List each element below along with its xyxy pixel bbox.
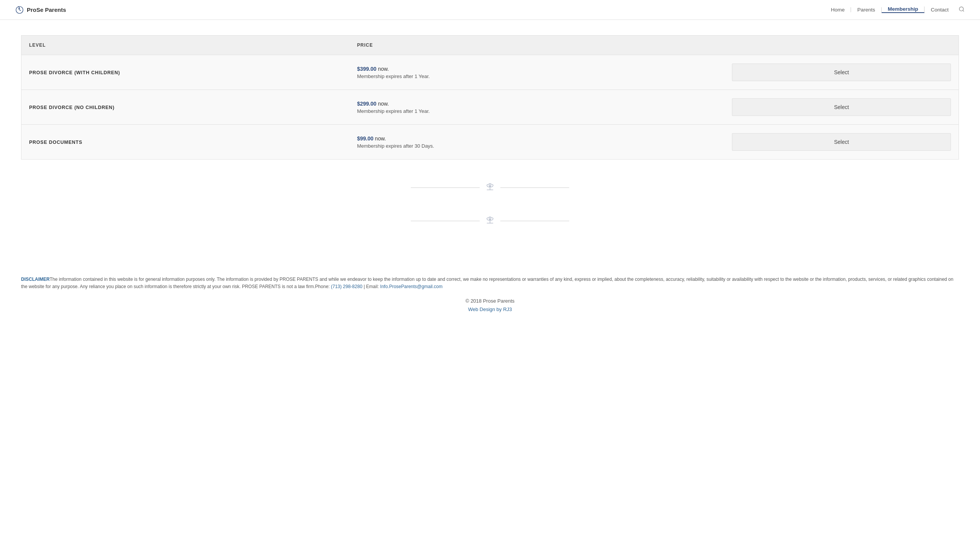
email-link[interactable]: Info.ProseParents@gmail.com [380,284,443,289]
logo[interactable]: ProSe Parents [15,6,66,14]
col-header-action [724,36,959,55]
svg-line-2 [963,10,964,11]
logo-icon [15,6,24,14]
select-button-2[interactable]: Select [732,133,951,151]
main-content: LEVEL PRICE PROSE DIVORCE (WITH CHILDREN… [0,20,980,264]
divider-line-right [500,187,569,188]
price-expiry: Membership expires after 1 Year. [357,108,717,114]
table-header-row: LEVEL PRICE [21,36,959,55]
divider-line-left [411,187,480,188]
price-amount: $399.00 [357,66,377,72]
phone-label: Phone: [315,284,330,289]
header: ProSe Parents Home Parents Membership Co… [0,0,980,20]
svg-point-1 [959,7,964,11]
price-now: now. [376,66,389,72]
price-now: now. [376,101,389,107]
table-row: PROSE DOCUMENTS $99.00 now. Membership e… [21,125,959,160]
scales-icon [486,182,494,193]
phone-link[interactable]: (713) 298-8280 [331,284,363,289]
price-now: now. [373,135,386,142]
web-design-link[interactable]: Web Design by RJ3 [468,306,512,312]
nav-parents[interactable]: Parents [851,7,882,13]
col-header-price: PRICE [350,36,725,55]
email-label: Email: [366,284,379,289]
level-name: PROSE DOCUMENTS [29,140,82,145]
nav-home[interactable]: Home [825,7,851,13]
logo-text: ProSe Parents [27,7,66,13]
membership-table: LEVEL PRICE PROSE DIVORCE (WITH CHILDREN… [21,35,959,160]
price-expiry: Membership expires after 30 Days. [357,143,717,149]
table-row: PROSE DIVORCE (NO CHILDREN) $299.00 now.… [21,90,959,125]
divider-line-left-2 [411,221,480,221]
disclaimer-label: DISCLAIMER [21,277,50,282]
divider-line-right-2 [500,221,569,221]
footer: DISCLAIMERThe information contained in t… [0,264,980,320]
disclaimer-text: DISCLAIMERThe information contained in t… [21,276,959,290]
select-button-1[interactable]: Select [732,98,951,116]
main-nav: Home Parents Membership Contact [825,6,965,14]
disclaimer-body: The information contained in this websit… [21,277,953,289]
search-icon[interactable] [959,6,965,14]
scales-icon-2 [486,216,494,226]
copyright: © 2018 Prose Parents [21,298,959,304]
price-amount: $299.00 [357,101,377,107]
table-row: PROSE DIVORCE (WITH CHILDREN) $399.00 no… [21,55,959,90]
divider-1 [21,182,959,193]
level-name: PROSE DIVORCE (WITH CHILDREN) [29,70,120,75]
divider-2 [21,216,959,226]
col-header-level: LEVEL [21,36,350,55]
level-name: PROSE DIVORCE (NO CHILDREN) [29,105,114,110]
price-amount: $99.00 [357,135,374,142]
nav-contact[interactable]: Contact [924,7,955,13]
select-button-0[interactable]: Select [732,64,951,81]
price-expiry: Membership expires after 1 Year. [357,73,717,79]
nav-membership[interactable]: Membership [882,7,925,13]
footer-center: © 2018 Prose Parents Web Design by RJ3 [21,298,959,312]
